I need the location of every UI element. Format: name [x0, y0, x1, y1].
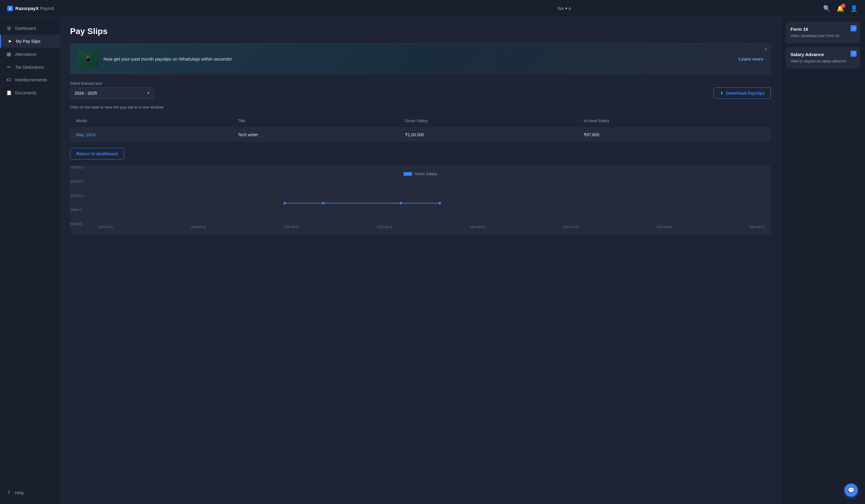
whatsapp-banner: 📱 Now get your past month payslips on Wh… [70, 44, 771, 74]
salary-advance-arrow-icon: ↗ [851, 51, 856, 57]
salary-chart: Gross Salary 100001.0 100000.5 100000.0 … [70, 165, 771, 235]
sidebar-item-label: Tax Deductions [15, 65, 44, 70]
x-label-5: 2024-06-01 [470, 225, 486, 229]
tax-icon: ✂ [6, 64, 11, 70]
chart-svg [76, 181, 765, 223]
form16-card[interactable]: ↗ Form 16 View / download your Form 16 [786, 22, 860, 44]
sidebar-item-attendance[interactable]: ▦ Attendance [0, 48, 60, 61]
select-wrapper: 2022 - 2023 2023 - 2024 2024 - 2025 ▼ [70, 87, 154, 99]
notification-badge: 1 [841, 4, 845, 8]
chart-plot: 2024-02-01 2024-03-01 2024-04-01 2024-05… [76, 181, 765, 229]
chart-body: 100001.0 100000.5 100000.0 99999.5 99999… [76, 181, 765, 229]
sidebar-item-my-pay-slips[interactable]: ➤ My Pay Slips [0, 35, 60, 48]
notification-icon[interactable]: 🔔 1 [837, 5, 844, 12]
chart-point [284, 202, 286, 204]
main-content: Pay Slips 📱 Now get your past month pays… [60, 17, 781, 504]
form16-arrow-icon: ↗ [851, 25, 856, 31]
table-body: May, 2024 Tech writer ₹1,00,000 ₹87,800 [70, 128, 771, 142]
right-panel: ↗ Form 16 View / download your Form 16 ↗… [781, 17, 865, 504]
banner-image: 📱 [78, 50, 99, 68]
y-label-2: 99999.5 [70, 208, 89, 212]
reimburse-icon: 🏷 [6, 77, 11, 83]
tagline: We ♥ A [558, 6, 571, 11]
y-label-3: 100000.0 [70, 194, 89, 197]
page-title: Pay Slips [70, 26, 771, 36]
legend-label-gross: Gross Salary [414, 172, 437, 176]
x-label-8: 2024-09-01 [749, 225, 765, 229]
help-icon: ? [6, 490, 11, 495]
payslip-month-link[interactable]: May, 2024 [70, 128, 232, 142]
logo: X RazorpayX Payroll [7, 6, 54, 11]
table-header: Month Title Gross Salary In-hand Salary [70, 114, 771, 128]
chat-icon: 💬 [848, 487, 854, 493]
pay-slips-icon: ➤ [7, 38, 12, 44]
chart-point [439, 202, 441, 204]
filter-row: Select financial year 2022 - 2023 2023 -… [70, 81, 771, 99]
sidebar-item-label: My Pay Slips [16, 39, 41, 44]
sidebar-item-dashboard[interactable]: ⊞ Dashboard [0, 22, 60, 35]
user-icon[interactable]: 👤 [850, 5, 858, 12]
sidebar: ⊞ Dashboard ➤ My Pay Slips ▦ Attendance … [0, 17, 60, 504]
payslip-inhand: ₹87,800 [578, 128, 771, 142]
payslip-table: Month Title Gross Salary In-hand Salary … [70, 114, 771, 142]
nav-icons: 🔍 🔔 1 👤 [823, 5, 858, 12]
x-label-3: 2024-04-01 [284, 225, 299, 229]
layout: ⊞ Dashboard ➤ My Pay Slips ▦ Attendance … [0, 17, 865, 504]
sidebar-item-label: Help [15, 490, 24, 495]
banner-close-button[interactable]: × [764, 47, 767, 51]
return-to-dashboard-button[interactable]: Return to dashboard [70, 148, 124, 160]
x-label-7: 2024-08-01 [656, 225, 672, 229]
sidebar-item-label: Reimbursements [15, 78, 47, 82]
chat-widget[interactable]: 💬 [844, 483, 858, 497]
logo-mark: X [7, 6, 13, 11]
top-nav: X RazorpayX Payroll We ♥ A 🔍 🔔 1 👤 [0, 0, 865, 17]
x-label-6: 2024-07-01 [563, 225, 578, 229]
y-axis: 100001.0 100000.5 100000.0 99999.5 99999… [70, 165, 92, 226]
table-row: May, 2024 Tech writer ₹1,00,000 ₹87,800 [70, 128, 771, 142]
legend-color-gross [404, 172, 412, 176]
banner-text: Now get your past month payslips on What… [103, 56, 734, 61]
chart-legend: Gross Salary [76, 172, 765, 176]
attendance-icon: ▦ [6, 51, 11, 57]
financial-year-filter: Select financial year 2022 - 2023 2023 -… [70, 81, 154, 99]
chart-point [400, 202, 402, 204]
learn-more-link[interactable]: Learn more [739, 56, 763, 61]
col-title: Title [232, 114, 399, 128]
x-label-1: 2024-02-01 [98, 225, 113, 229]
salary-advance-desc: View or request an salary advance [791, 59, 855, 64]
form16-title: Form 16 [791, 26, 855, 32]
col-gross: Gross Salary [399, 114, 578, 128]
sidebar-item-label: Documents [15, 91, 36, 95]
sidebar-item-tax-deductions[interactable]: ✂ Tax Deductions [0, 61, 60, 73]
salary-advance-title: Salary Advance [791, 52, 855, 57]
form16-desc: View / download your Form 16 [791, 34, 855, 38]
col-inhand: In-hand Salary [578, 114, 771, 128]
search-icon[interactable]: 🔍 [823, 5, 831, 12]
sidebar-item-reimbursements[interactable]: 🏷 Reimbursements [0, 73, 60, 86]
sidebar-item-label: Attendance [15, 52, 36, 57]
table-instruction: Click on the date to view the pay slip i… [70, 105, 771, 109]
dashboard-icon: ⊞ [6, 25, 11, 31]
x-label-4: 2024-05-01 [377, 225, 392, 229]
download-payslips-button[interactable]: ⬇ Download Payslips [714, 87, 771, 99]
salary-advance-card[interactable]: ↗ Salary Advance View or request an sala… [786, 47, 860, 69]
x-label-2: 2024-03-01 [191, 225, 206, 229]
chart-point [322, 202, 324, 204]
y-label-5: 100001.0 [70, 165, 89, 169]
x-axis: 2024-02-01 2024-03-01 2024-04-01 2024-05… [76, 225, 765, 229]
sidebar-item-label: Dashboard [15, 26, 36, 31]
y-label-4: 100000.5 [70, 180, 89, 183]
sidebar-item-documents[interactable]: 📋 Documents [0, 86, 60, 99]
payslip-gross: ₹1,00,000 [399, 128, 578, 142]
logo-text: RazorpayX Payroll [15, 6, 54, 11]
filter-label: Select financial year [70, 81, 154, 86]
payslip-title: Tech writer [232, 128, 399, 142]
col-month: Month [70, 114, 232, 128]
y-label-1: 99999.0 [70, 222, 89, 226]
financial-year-select[interactable]: 2022 - 2023 2023 - 2024 2024 - 2025 [70, 87, 154, 99]
sidebar-item-help[interactable]: ? Help [0, 487, 60, 499]
download-icon: ⬇ [720, 91, 724, 96]
docs-icon: 📋 [6, 90, 11, 96]
